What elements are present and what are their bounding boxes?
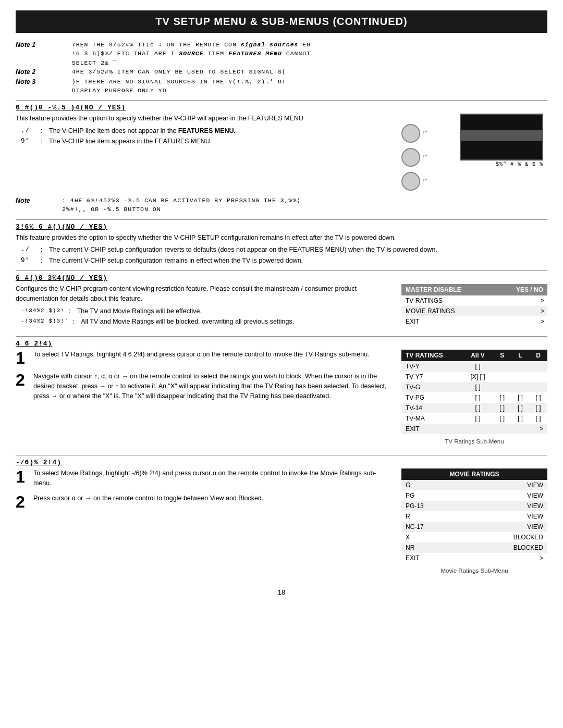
vchip-program-desc-1: All TV and Movie Ratings will be blocked… <box>81 317 391 327</box>
table-row: EXIT> <box>401 553 547 563</box>
vchip-screen <box>460 114 543 161</box>
option-key-0: ./ <box>21 127 36 136</box>
option-desc-0: The V-CHIP line item does not appear in … <box>49 127 391 136</box>
vchip-show-option-1: 9° : The V-CHIP line item appears in the… <box>21 137 391 146</box>
vchip-show-desc: This feature provides the option to spec… <box>16 114 391 124</box>
step-number-2: 2 <box>16 372 27 388</box>
power-down-desc-0: The current V-CHIP setup configuration r… <box>49 245 547 255</box>
movie-ratings-step-2: 2 Press cursor α or → on the remote cont… <box>16 493 391 510</box>
vchip-show-left: This feature provides the option to spec… <box>16 114 391 191</box>
master-disable-label: MASTER DISABLE <box>401 284 495 295</box>
movie-ratings-right: MOVIE RATINGS GVIEW PGVIEW PG-13VIEW RVI… <box>401 468 547 579</box>
movie-ratings-left: 1 To select Movie Ratings, highlight -/6… <box>16 468 391 579</box>
movie-ratings-title: -/6)% 2!4) <box>16 459 547 466</box>
tv-ratings-right: TV RATINGS All V S L D TV-Y [ ] TV-Y7 <box>401 350 547 450</box>
table-row: TV-PG [ ] [ ] [ ] [ ] <box>401 392 547 403</box>
note3-text: )F THERE ARE NO SIGNAL SOURCES IN THE #(… <box>72 77 547 95</box>
note2-label: Note 2 <box>16 67 72 77</box>
vchip-program-option-0: -!34%2 $)3! : The TV and Movie Ratings w… <box>21 307 391 316</box>
vchip-program-section: 6 #()0 3%4(NO / YES) Configures the V-CH… <box>16 274 547 331</box>
table-row: NC-17VIEW <box>401 522 547 532</box>
movie-step-number-2: 2 <box>16 493 27 510</box>
vchip-program-option-1: -!34%2 $)3!' : All TV and Movie Ratings … <box>21 317 391 327</box>
vchip-note: Note : 4HE &%!452%3 -%.5 CAN BE ACTIVATE… <box>16 196 547 214</box>
tv-ratings-sub-label: TV Ratings Sub-Menu <box>401 438 547 445</box>
movie-ratings-label: MOVIE RATINGS <box>401 306 495 316</box>
power-down-options: ./ : The current V-CHIP setup configurat… <box>21 245 547 265</box>
tv-ratings-step-2: 2 Navigate with cursor ↑, α, α or → on t… <box>16 372 391 401</box>
tv-ratings-step-1: 1 To select TV Ratings, highlight 4 6 2!… <box>16 350 391 366</box>
vchip-show-right: !" !" !" $%" # % & $ % <box>401 114 547 191</box>
power-down-option-1: 9° : The current V-CHIP setup configurat… <box>21 256 547 266</box>
vchip-btn-3: !" <box>401 172 420 191</box>
movie-step-number-1: 1 <box>16 468 27 485</box>
vchip-btn-2: !" <box>401 148 420 167</box>
vchip-program-desc-0: The TV and Movie Ratings will be effecti… <box>77 307 391 316</box>
note1-text: 7HEN THE 3/52#% ITIc ↓ ON THE REMOTE CON… <box>72 40 547 67</box>
step-number-1: 1 <box>16 350 27 366</box>
exit-label: EXIT <box>401 316 495 327</box>
tv-ratings-row: 1 To select TV Ratings, highlight 4 6 2!… <box>16 350 547 450</box>
movie-ratings-step-1: 1 To select Movie Ratings, highlight -/6… <box>16 468 391 488</box>
notes-section: Note 1 7HEN THE 3/52#% ITIc ↓ ON THE REM… <box>16 40 547 95</box>
tv-ratings-col-l: L <box>511 350 530 361</box>
vchip-visual: !" !" !" $%" # % & $ % <box>401 114 547 191</box>
table-row: XBLOCKED <box>401 532 547 542</box>
table-row: TV-Y [ ] <box>401 361 547 372</box>
tv-ratings-col-s: S <box>493 350 511 361</box>
movie-step-text-2: Press cursor α or → on the remote contro… <box>33 493 391 503</box>
table-row: RVIEW <box>401 511 547 522</box>
step-text-1: To select TV Ratings, highlight 4 6 2!4)… <box>33 350 391 360</box>
movie-ratings-header: MOVIE RATINGS <box>401 468 547 480</box>
tv-ratings-col-d: D <box>529 350 547 361</box>
table-row: TV-14 [ ] [ ] [ ] [ ] <box>401 403 547 413</box>
vchip-program-row: Configures the V-CHIP program content vi… <box>16 284 547 331</box>
power-down-option-0: ./ : The current V-CHIP setup configurat… <box>21 245 547 255</box>
vchip-show-title: 6 #()0 -%.5 )4(NO / YES) <box>16 104 547 112</box>
tv-ratings-arrow: > <box>495 295 547 306</box>
vchip-show-section: 6 #()0 -%.5 )4(NO / YES) This feature pr… <box>16 104 547 191</box>
vchip-btn-1: !" <box>401 124 420 143</box>
master-disable-value: YES / NO <box>495 284 547 295</box>
vchip-program-left: Configures the V-CHIP program content vi… <box>16 284 391 331</box>
vchip-program-desc: Configures the V-CHIP program content vi… <box>16 284 391 304</box>
table-row: NRBLOCKED <box>401 542 547 553</box>
table-row: TV-MA [ ] [ ] [ ] [ ] <box>401 413 547 424</box>
table-row: PG-13VIEW <box>401 501 547 511</box>
tv-ratings-col-allv: All V <box>462 350 493 361</box>
table-row: PGVIEW <box>401 490 547 501</box>
vchip-screen-area: $%" # % & $ % <box>434 114 543 167</box>
vchip-note-label: Note <box>16 196 62 214</box>
vchip-screen-bar <box>461 130 542 141</box>
exit-arrow: > <box>495 316 547 327</box>
vchip-note-text: : 4HE &%!452%3 -%.5 CAN BE ACTIVATED BY … <box>62 196 547 214</box>
option-key-1: 9° <box>21 137 36 146</box>
movie-ratings-sub-label: Movie Ratings Sub-Menu <box>401 567 547 574</box>
vchip-show-options: ./ : The V-CHIP line item does not appea… <box>21 127 391 146</box>
movie-ratings-section: -/6)% 2!4) 1 To select Movie Ratings, hi… <box>16 459 547 579</box>
option-desc-1: The V-CHIP line item appears in the FEAT… <box>49 137 391 146</box>
table-row: TV-Y7 [X] [ ] <box>401 372 547 382</box>
power-down-title: 3!6% 6 #()(NO / YES) <box>16 223 547 231</box>
movie-ratings-menu: MOVIE RATINGS GVIEW PGVIEW PG-13VIEW RVI… <box>401 468 547 563</box>
table-row: EXIT > <box>401 424 547 434</box>
tv-ratings-menu: TV RATINGS All V S L D TV-Y [ ] TV-Y7 <box>401 350 547 434</box>
tv-ratings-title: 4 6 2!4) <box>16 340 547 348</box>
tv-ratings-section: 4 6 2!4) 1 To select TV Ratings, highlig… <box>16 340 547 450</box>
tv-ratings-left: 1 To select TV Ratings, highlight 4 6 2!… <box>16 350 391 450</box>
movie-ratings-arrow: > <box>495 306 547 316</box>
table-row: GVIEW <box>401 480 547 490</box>
movie-step-text-1: To select Movie Ratings, highlight -/6)%… <box>33 468 391 488</box>
vchip-program-options: -!34%2 $)3! : The TV and Movie Ratings w… <box>21 307 391 327</box>
step-text-2: Navigate with cursor ↑, α, α or → on the… <box>33 372 391 401</box>
power-down-section: 3!6% 6 #()(NO / YES) This feature provid… <box>16 223 547 266</box>
vchip-program-right: MASTER DISABLE YES / NO TV RATINGS > MOV… <box>401 284 547 331</box>
vchip-program-title: 6 #()0 3%4(NO / YES) <box>16 274 547 282</box>
note2-text: 4HE 3/52#% ITEM CAN ONLY BE USED TO SELE… <box>72 67 547 77</box>
note3-label: Note 3 <box>16 77 72 95</box>
vchip-program-menu: MASTER DISABLE YES / NO TV RATINGS > MOV… <box>401 284 547 327</box>
page-header: TV SETUP MENU & SUB-MENUS (CONTINUED) <box>16 10 547 33</box>
note1-label: Note 1 <box>16 40 72 67</box>
vchip-show-option-0: ./ : The V-CHIP line item does not appea… <box>21 127 391 136</box>
tv-ratings-label: TV RATINGS <box>401 295 495 306</box>
